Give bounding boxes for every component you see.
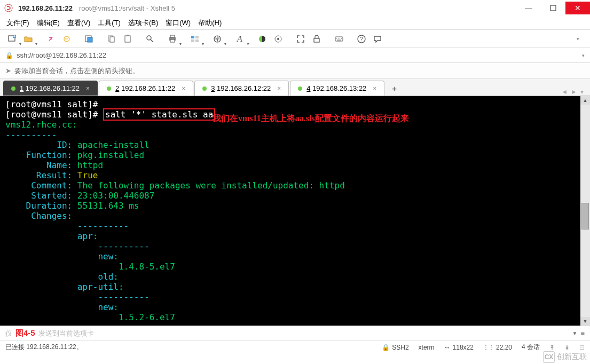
lock-small-icon: 🔒 [5, 52, 13, 59]
svg-rect-6 [88, 37, 92, 42]
hint-bar: ➤ 要添加当前会话，点击左侧的箭头按钮。 [0, 63, 590, 79]
svg-rect-10 [127, 35, 129, 36]
status-size: ↔ 118x22 [444, 344, 474, 351]
svg-rect-13 [170, 35, 175, 37]
svg-rect-18 [195, 39, 199, 42]
watermark: CX 创新互联 [543, 351, 587, 363]
menu-help[interactable]: 帮助(H) [198, 18, 222, 28]
status-connection: 已连接 192.168.26.11:22。 [5, 343, 372, 352]
svg-point-0 [5, 4, 12, 12]
compose-dropdown-icon[interactable]: ▼ [572, 330, 578, 336]
status-dot-icon [11, 86, 15, 91]
open-folder-icon[interactable]: ▾ [21, 32, 35, 46]
svg-rect-9 [125, 36, 130, 42]
menu-edit[interactable]: 编辑(E) [37, 18, 60, 28]
font-icon[interactable]: A▾ [233, 32, 247, 46]
status-nav-up-icon[interactable]: ↟ [549, 344, 555, 351]
properties-icon[interactable] [82, 32, 96, 46]
toolbar: ▾ ▾ ▾ ▾ ▾ A▾ ? ▾ [0, 30, 590, 48]
tab-close-icon[interactable]: × [373, 85, 376, 92]
tab-next-icon[interactable]: ► [571, 88, 577, 96]
tab-strip: 1 192.168.26.11:22 × 2 192.168.26.11:22 … [0, 79, 590, 96]
status-caps: ⊡ [579, 344, 585, 351]
maximize-button[interactable] [541, 2, 565, 14]
tab-close-icon[interactable]: × [86, 85, 90, 92]
svg-text:?: ? [360, 36, 363, 42]
svg-point-11 [147, 36, 151, 40]
status-bar: 已连接 192.168.26.11:22。 🔒 SSH2 xterm ↔ 118… [0, 341, 590, 353]
session-tab-4[interactable]: 4 192.168.26.13:22 × [290, 81, 384, 96]
status-nav-down-icon[interactable]: ↡ [564, 344, 570, 351]
paste-icon[interactable] [121, 32, 135, 46]
annotation-label: 我们在vms11主机上将aa.sls配置文件的内容运行起来 [213, 113, 409, 124]
title-path: root@vms11:/srv/salt - Xshell 5 [79, 4, 175, 12]
pin-icon[interactable]: ➤ [5, 67, 11, 75]
menu-view[interactable]: 查看(V) [67, 18, 90, 28]
scroll-up-icon[interactable]: ▲ [580, 96, 590, 105]
minimize-button[interactable]: — [516, 2, 541, 14]
new-tab-button[interactable]: + [388, 83, 400, 96]
toolbar-overflow-icon[interactable]: ▾ [571, 32, 585, 46]
disconnect-icon[interactable] [60, 32, 74, 46]
status-dot-icon [202, 86, 207, 91]
new-session-icon[interactable]: ▾ [5, 32, 19, 46]
scroll-down-icon[interactable]: ▼ [580, 317, 590, 326]
title-bar: 192.168.26.11:22 root@vms11:/srv/salt - … [0, 0, 590, 16]
hint-text: 要添加当前会话，点击左侧的箭头按钮。 [14, 66, 139, 76]
color-scheme-icon[interactable] [255, 32, 269, 46]
compose-menu-icon[interactable]: ≡ [580, 329, 585, 337]
tab-close-icon[interactable]: × [182, 85, 185, 92]
close-button[interactable]: ✕ [565, 2, 590, 14]
title-host: 192.168.26.11:22 [18, 4, 73, 12]
fullscreen-icon[interactable] [294, 32, 308, 46]
scrollbar[interactable]: ▲ ▼ [580, 96, 590, 326]
layout-icon[interactable]: ▾ [188, 32, 202, 46]
figure-caption: 图4-5 [15, 328, 35, 338]
encoding-icon[interactable]: ▾ [210, 32, 224, 46]
watermark-icon: CX [543, 351, 555, 363]
tab-prev-icon[interactable]: ◄ [561, 88, 568, 96]
session-tab-1[interactable]: 1 192.168.26.11:22 × [3, 81, 98, 96]
keyboard-icon[interactable] [332, 32, 346, 46]
highlighted-command: salt '*' state.sls aa [103, 108, 215, 121]
menu-window[interactable]: 窗口(W) [166, 18, 191, 28]
svg-rect-14 [170, 39, 175, 42]
status-dot-icon [298, 86, 302, 91]
xagent-icon[interactable] [271, 32, 285, 46]
status-pos: ⋮⋮ 22,20 [483, 344, 512, 351]
svg-rect-17 [191, 39, 194, 42]
compose-bar: 仅图4-5 发送到当前选项卡 ▼ ≡ [0, 326, 590, 341]
print-icon[interactable]: ▾ [166, 32, 179, 46]
address-dropdown-icon[interactable]: ▾ [582, 53, 585, 58]
status-ssh: 🔒 SSH2 [382, 344, 408, 351]
copy-icon[interactable] [105, 32, 119, 46]
search-icon[interactable] [143, 32, 157, 46]
help-icon[interactable]: ? [355, 32, 368, 46]
status-sessions: 4 会话 [522, 343, 540, 352]
status-term: xterm [419, 344, 435, 351]
tab-close-icon[interactable]: × [277, 85, 281, 92]
tab-list-icon[interactable]: ▾ [580, 88, 584, 96]
chat-icon[interactable] [371, 32, 384, 46]
lock-icon[interactable] [310, 32, 324, 46]
input-prefix: 仅 [5, 329, 12, 338]
app-icon [4, 4, 13, 12]
menu-tools[interactable]: 工具(T) [98, 18, 121, 28]
reconnect-icon[interactable] [44, 32, 58, 46]
session-tab-2[interactable]: 2 192.168.26.11:22 × [99, 81, 193, 96]
status-dot-icon [107, 86, 111, 91]
address-bar[interactable]: 🔒 ssh://root@192.168.26.11:22 ▾ [0, 48, 590, 63]
svg-rect-23 [314, 38, 319, 42]
svg-rect-15 [191, 36, 194, 38]
svg-rect-8 [110, 37, 114, 42]
svg-rect-16 [195, 36, 199, 38]
menu-tabs[interactable]: 选项卡(B) [128, 18, 158, 28]
scroll-thumb[interactable] [581, 203, 589, 230]
session-tab-3[interactable]: 3 192.168.26.12:22 × [194, 81, 289, 96]
menu-file[interactable]: 文件(F) [6, 18, 29, 28]
svg-rect-1 [550, 5, 556, 11]
terminal-output: [root@vms11 salt]# [root@vms11 salt]# sa… [0, 96, 590, 326]
svg-rect-24 [335, 37, 343, 41]
compose-input[interactable]: 发送到当前选项卡 [38, 329, 569, 338]
terminal-area[interactable]: [root@vms11 salt]# [root@vms11 salt]# sa… [0, 96, 590, 326]
